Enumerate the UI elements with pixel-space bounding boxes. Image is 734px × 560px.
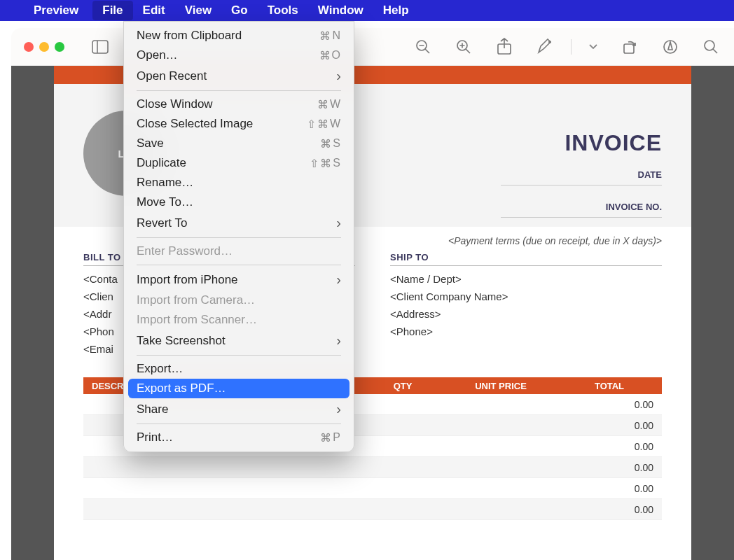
search-icon[interactable] (700, 38, 721, 56)
menu-item-label: Share (137, 402, 336, 416)
svg-line-3 (425, 49, 429, 53)
menu-separator (137, 237, 341, 238)
menu-item-close-selected-image[interactable]: Close Selected Image⇧⌘W (128, 114, 349, 134)
menu-item-revert-to[interactable]: Revert To› (128, 212, 349, 234)
ship-to-line: <Name / Dept> (390, 273, 662, 285)
submenu-chevron-icon: › (336, 401, 341, 417)
menu-shortcut: ⌘N (319, 29, 341, 43)
menubar-item-edit[interactable]: Edit (133, 1, 175, 20)
date-label: DATE (638, 169, 662, 180)
menu-separator (137, 265, 341, 265)
col-unit-price: UNIT PRICE (445, 381, 557, 391)
row-total: 0.00 (557, 441, 662, 452)
menu-item-open-recent[interactable]: Open Recent› (128, 65, 349, 87)
menu-separator (137, 90, 341, 91)
menu-item-save[interactable]: Save⌘S (128, 134, 349, 153)
row-total: 0.00 (557, 399, 662, 410)
menu-item-print[interactable]: Print…⌘P (128, 428, 349, 447)
rotate-icon[interactable] (619, 38, 640, 56)
menu-shortcut: ⌘O (319, 49, 341, 62)
submenu-chevron-icon: › (336, 68, 341, 84)
toolbar-separator (571, 39, 572, 55)
menubar-item-tools[interactable]: Tools (258, 1, 308, 20)
row-total: 0.00 (557, 504, 662, 515)
ship-to-line: <Address> (390, 308, 662, 320)
invoice-underline (501, 217, 662, 218)
row-total: 0.00 (557, 420, 662, 431)
menu-item-import-from-iphone[interactable]: Import from iPhone› (128, 269, 349, 290)
sidebar-icon[interactable] (90, 38, 111, 56)
chevron-down-icon[interactable] (587, 38, 600, 56)
menu-item-rename[interactable]: Rename… (128, 173, 349, 192)
macos-menubar: Preview FileEditViewGoToolsWindowHelp (0, 0, 734, 21)
date-underline (501, 185, 662, 186)
menu-item-label: Rename… (137, 176, 341, 190)
minimize-window-button[interactable] (39, 42, 49, 52)
menu-item-label: New from Clipboard (137, 29, 319, 43)
menu-item-label: Move To… (137, 195, 341, 209)
zoom-out-icon[interactable] (413, 38, 434, 56)
menu-item-export-as-pdf[interactable]: Export as PDF… (128, 379, 349, 398)
menu-item-label: Print… (137, 430, 320, 444)
menu-item-label: Close Selected Image (137, 117, 307, 131)
document-viewport[interactable]: LO INVOICE DATE INVOICE NO. <Payment ter… (11, 66, 734, 560)
menu-item-label: Revert To (137, 216, 336, 230)
menubar-app-name[interactable]: Preview (34, 4, 78, 18)
ship-to-line: <Client Company Name> (390, 290, 662, 302)
close-window-button[interactable] (24, 42, 34, 52)
row-total: 0.00 (557, 483, 662, 494)
share-icon[interactable] (494, 38, 515, 56)
ship-to-line: <Phone> (390, 326, 662, 337)
ship-to-heading: SHIP TO (390, 252, 662, 266)
svg-line-14 (713, 49, 717, 53)
menu-item-label: Open Recent (137, 69, 336, 83)
svg-rect-11 (624, 44, 634, 53)
col-qty: QTY (361, 381, 445, 391)
menubar-item-window[interactable]: Window (308, 1, 373, 20)
submenu-chevron-icon: › (336, 272, 341, 288)
menubar-item-go[interactable]: Go (221, 1, 258, 20)
menu-item-import-from-camera: Import from Camera… (128, 290, 349, 310)
menu-item-label: Enter Password… (137, 244, 341, 258)
invoice-title: INVOICE (565, 130, 662, 156)
zoom-in-icon[interactable] (453, 38, 474, 56)
menu-item-share[interactable]: Share› (128, 398, 349, 420)
menu-shortcut: ⌘P (320, 431, 341, 444)
traffic-lights (24, 42, 64, 52)
menu-item-label: Import from Scanner… (137, 313, 341, 327)
menu-item-label: Open… (137, 48, 319, 62)
submenu-chevron-icon: › (336, 332, 341, 349)
menubar-item-view[interactable]: View (175, 1, 221, 20)
menu-separator (137, 355, 341, 356)
menubar-item-file[interactable]: File (92, 1, 132, 20)
menu-item-import-from-scanner: Import from Scanner… (128, 310, 349, 330)
menu-item-take-screenshot[interactable]: Take Screenshot› (128, 330, 349, 351)
menu-shortcut: ⌘W (317, 98, 341, 111)
menu-item-open[interactable]: Open…⌘O (128, 46, 349, 65)
col-total: TOTAL (557, 381, 662, 391)
menu-separator (137, 424, 341, 424)
menu-item-close-window[interactable]: Close Window⌘W (128, 94, 349, 114)
menubar-item-help[interactable]: Help (373, 1, 419, 20)
menu-item-move-to[interactable]: Move To… (128, 192, 349, 212)
preview-window: LO INVOICE DATE INVOICE NO. <Payment ter… (11, 28, 734, 560)
menu-item-export[interactable]: Export… (128, 359, 349, 379)
menu-item-new-from-clipboard[interactable]: New from Clipboard⌘N (128, 26, 349, 46)
menu-item-label: Export as PDF… (137, 382, 341, 396)
menu-shortcut: ⌘S (320, 137, 341, 150)
menu-item-label: Take Screenshot (137, 334, 336, 348)
menu-item-label: Close Window (137, 97, 317, 111)
table-row: 0.00 (83, 457, 662, 478)
menu-item-enter-password: Enter Password… (128, 241, 349, 261)
menu-item-duplicate[interactable]: Duplicate⇧⌘S (128, 153, 349, 173)
menu-item-label: Import from iPhone (137, 273, 336, 287)
fullscreen-window-button[interactable] (55, 42, 64, 52)
menu-item-label: Import from Camera… (137, 293, 341, 307)
table-row: 0.00 (83, 499, 662, 520)
svg-point-13 (705, 41, 714, 50)
file-menu-dropdown[interactable]: New from Clipboard⌘NOpen…⌘OOpen Recent›C… (123, 21, 354, 452)
menu-item-label: Export… (137, 362, 341, 376)
inspect-icon[interactable] (660, 38, 681, 56)
markup-icon[interactable] (534, 38, 555, 56)
svg-line-6 (466, 49, 470, 53)
